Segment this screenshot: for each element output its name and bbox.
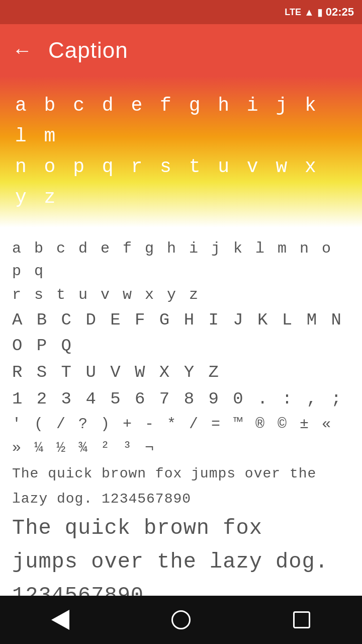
back-button[interactable]: ←	[12, 39, 32, 62]
lowercase-chars: a b c d e f g h i j k l m n o p q	[12, 237, 350, 283]
font-preview-area: a b c d e f g h i j k l m n o p q r s t …	[0, 76, 362, 227]
home-nav-icon	[171, 610, 191, 629]
status-icons: LTE ▲ ▮ 02:25	[285, 6, 354, 19]
page-title: Caption	[48, 38, 128, 63]
uppercase-chars: A B C D E F G H I J K L M N O P Q	[12, 307, 350, 359]
back-nav-button[interactable]	[40, 600, 80, 640]
recents-nav-icon	[293, 611, 310, 628]
status-bar: LTE ▲ ▮ 02:25	[0, 0, 362, 24]
symbol-chars1: ' ( / ? ) + - * / = ™ ® © ± «	[12, 413, 350, 436]
lte-icon: LTE	[285, 7, 301, 18]
signal-icon: ▲	[304, 7, 314, 18]
uppercase-chars2: R S T U V W X Y Z	[12, 360, 350, 385]
preview-line2: n o p q r s t u v w x y z	[15, 152, 347, 213]
sample-large-2: jumps over the lazy dog.	[12, 547, 350, 577]
sample-text-2: lazy dog. 1234567890	[12, 489, 350, 510]
app-bar: ← Caption	[0, 24, 362, 76]
sample-large-1: The quick brown fox	[12, 514, 350, 543]
navigation-bar	[0, 596, 362, 644]
battery-icon: ▮	[317, 6, 323, 18]
status-time: 02:25	[326, 6, 354, 19]
char-display: a b c d e f g h i j k l m n o p q r s t …	[0, 227, 362, 610]
number-chars: 1 2 3 4 5 6 7 8 9 0 . : , ;	[12, 386, 350, 412]
lowercase-chars2: r s t u v w x y z	[12, 284, 350, 306]
sample-text-1: The quick brown fox jumps over the	[12, 463, 350, 485]
symbol-chars2: » ¼ ½ ¾ ² ³ ¬	[12, 437, 350, 459]
back-nav-icon	[51, 610, 69, 630]
home-nav-button[interactable]	[161, 600, 201, 640]
recents-nav-button[interactable]	[282, 600, 322, 640]
preview-line1: a b c d e f g h i j k l m	[15, 91, 347, 152]
